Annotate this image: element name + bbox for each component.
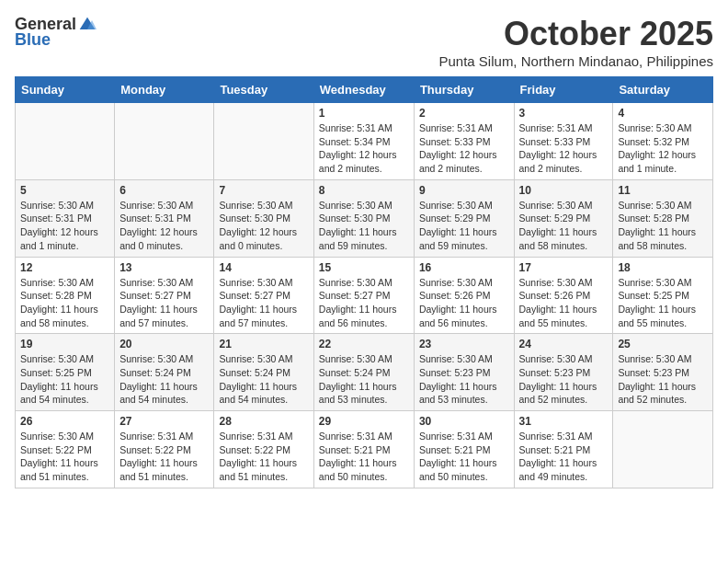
day-info: Sunrise: 5:30 AM Sunset: 5:31 PM Dayligh…	[20, 199, 109, 253]
header-tuesday: Tuesday	[214, 77, 313, 103]
day-info: Sunrise: 5:30 AM Sunset: 5:22 PM Dayligh…	[20, 430, 109, 484]
subtitle: Punta Silum, Northern Mindanao, Philippi…	[439, 53, 714, 69]
day-info: Sunrise: 5:30 AM Sunset: 5:29 PM Dayligh…	[519, 199, 609, 253]
day-number: 24	[519, 338, 609, 350]
day-info: Sunrise: 5:30 AM Sunset: 5:25 PM Dayligh…	[618, 276, 708, 330]
header-sunday: Sunday	[16, 77, 115, 103]
header-friday: Friday	[514, 77, 613, 103]
table-row: 10Sunrise: 5:30 AM Sunset: 5:29 PM Dayli…	[514, 179, 613, 257]
day-number: 21	[219, 338, 308, 350]
day-number: 1	[319, 107, 409, 120]
day-info: Sunrise: 5:31 AM Sunset: 5:21 PM Dayligh…	[519, 430, 609, 484]
logo-blue-text: Blue	[15, 30, 51, 50]
calendar-week-3: 12Sunrise: 5:30 AM Sunset: 5:28 PM Dayli…	[16, 257, 713, 334]
day-info: Sunrise: 5:30 AM Sunset: 5:25 PM Dayligh…	[20, 352, 109, 407]
table-row: 13Sunrise: 5:30 AM Sunset: 5:27 PM Dayli…	[115, 257, 214, 334]
day-info: Sunrise: 5:30 AM Sunset: 5:28 PM Dayligh…	[618, 199, 708, 253]
table-row	[214, 103, 313, 180]
day-number: 9	[419, 184, 509, 197]
day-info: Sunrise: 5:30 AM Sunset: 5:27 PM Dayligh…	[219, 276, 308, 330]
day-info: Sunrise: 5:30 AM Sunset: 5:29 PM Dayligh…	[419, 199, 509, 253]
day-info: Sunrise: 5:30 AM Sunset: 5:23 PM Dayligh…	[419, 352, 509, 407]
day-info: Sunrise: 5:31 AM Sunset: 5:22 PM Dayligh…	[219, 430, 308, 484]
header-thursday: Thursday	[414, 77, 514, 103]
day-number: 25	[618, 338, 708, 350]
day-number: 4	[618, 107, 708, 120]
calendar-table: Sunday Monday Tuesday Wednesday Thursday…	[15, 76, 713, 488]
table-row: 12Sunrise: 5:30 AM Sunset: 5:28 PM Dayli…	[16, 257, 115, 334]
table-row: 14Sunrise: 5:30 AM Sunset: 5:27 PM Dayli…	[214, 257, 313, 334]
day-number: 12	[20, 261, 109, 274]
day-number: 2	[419, 107, 509, 120]
calendar-week-1: 1Sunrise: 5:31 AM Sunset: 5:34 PM Daylig…	[16, 103, 713, 180]
table-row: 15Sunrise: 5:30 AM Sunset: 5:27 PM Dayli…	[313, 257, 414, 334]
day-number: 22	[319, 338, 409, 350]
day-info: Sunrise: 5:31 AM Sunset: 5:34 PM Dayligh…	[319, 121, 409, 176]
day-number: 28	[219, 415, 308, 428]
day-number: 3	[519, 107, 609, 120]
day-number: 29	[319, 415, 409, 428]
table-row: 8Sunrise: 5:30 AM Sunset: 5:30 PM Daylig…	[313, 179, 414, 257]
day-info: Sunrise: 5:30 AM Sunset: 5:27 PM Dayligh…	[119, 276, 209, 330]
table-row: 2Sunrise: 5:31 AM Sunset: 5:33 PM Daylig…	[414, 103, 514, 180]
table-row: 18Sunrise: 5:30 AM Sunset: 5:25 PM Dayli…	[613, 257, 713, 334]
table-row: 7Sunrise: 5:30 AM Sunset: 5:30 PM Daylig…	[214, 179, 313, 257]
day-number: 31	[519, 415, 609, 428]
day-number: 5	[20, 184, 109, 197]
table-row: 1Sunrise: 5:31 AM Sunset: 5:34 PM Daylig…	[313, 103, 414, 180]
day-number: 27	[119, 415, 209, 428]
calendar-header-row: Sunday Monday Tuesday Wednesday Thursday…	[16, 77, 713, 103]
day-info: Sunrise: 5:31 AM Sunset: 5:21 PM Dayligh…	[319, 430, 409, 484]
table-row: 11Sunrise: 5:30 AM Sunset: 5:28 PM Dayli…	[613, 179, 713, 257]
table-row	[613, 411, 713, 488]
day-info: Sunrise: 5:31 AM Sunset: 5:33 PM Dayligh…	[419, 121, 509, 176]
table-row: 19Sunrise: 5:30 AM Sunset: 5:25 PM Dayli…	[16, 334, 115, 411]
day-number: 13	[119, 261, 209, 274]
day-number: 26	[20, 415, 109, 428]
header-wednesday: Wednesday	[313, 77, 414, 103]
day-number: 30	[419, 415, 509, 428]
day-number: 18	[618, 261, 708, 274]
day-number: 11	[618, 184, 708, 197]
day-number: 20	[119, 338, 209, 350]
day-info: Sunrise: 5:30 AM Sunset: 5:26 PM Dayligh…	[419, 276, 509, 330]
table-row: 17Sunrise: 5:30 AM Sunset: 5:26 PM Dayli…	[514, 257, 613, 334]
table-row: 9Sunrise: 5:30 AM Sunset: 5:29 PM Daylig…	[414, 179, 514, 257]
day-number: 15	[319, 261, 409, 274]
table-row: 3Sunrise: 5:31 AM Sunset: 5:33 PM Daylig…	[514, 103, 613, 180]
calendar-week-5: 26Sunrise: 5:30 AM Sunset: 5:22 PM Dayli…	[16, 411, 713, 488]
logo: General Blue	[15, 15, 97, 50]
day-number: 16	[419, 261, 509, 274]
day-info: Sunrise: 5:30 AM Sunset: 5:24 PM Dayligh…	[119, 352, 209, 407]
table-row	[16, 103, 115, 180]
day-number: 19	[20, 338, 109, 350]
table-row	[115, 103, 214, 180]
table-row: 4Sunrise: 5:30 AM Sunset: 5:32 PM Daylig…	[613, 103, 713, 180]
table-row: 28Sunrise: 5:31 AM Sunset: 5:22 PM Dayli…	[214, 411, 313, 488]
page-header: General Blue October 2025 Punta Silum, N…	[15, 15, 713, 69]
month-title: October 2025	[439, 15, 714, 53]
table-row: 31Sunrise: 5:31 AM Sunset: 5:21 PM Dayli…	[514, 411, 613, 488]
header-monday: Monday	[115, 77, 214, 103]
day-info: Sunrise: 5:30 AM Sunset: 5:32 PM Dayligh…	[618, 121, 708, 176]
day-number: 7	[219, 184, 308, 197]
table-row: 30Sunrise: 5:31 AM Sunset: 5:21 PM Dayli…	[414, 411, 514, 488]
day-number: 23	[419, 338, 509, 350]
table-row: 24Sunrise: 5:30 AM Sunset: 5:23 PM Dayli…	[514, 334, 613, 411]
table-row: 29Sunrise: 5:31 AM Sunset: 5:21 PM Dayli…	[313, 411, 414, 488]
table-row: 25Sunrise: 5:30 AM Sunset: 5:23 PM Dayli…	[613, 334, 713, 411]
calendar-week-2: 5Sunrise: 5:30 AM Sunset: 5:31 PM Daylig…	[16, 179, 713, 257]
table-row: 22Sunrise: 5:30 AM Sunset: 5:24 PM Dayli…	[313, 334, 414, 411]
day-number: 17	[519, 261, 609, 274]
table-row: 26Sunrise: 5:30 AM Sunset: 5:22 PM Dayli…	[16, 411, 115, 488]
day-info: Sunrise: 5:30 AM Sunset: 5:24 PM Dayligh…	[219, 352, 308, 407]
day-info: Sunrise: 5:30 AM Sunset: 5:31 PM Dayligh…	[119, 199, 209, 253]
day-number: 8	[319, 184, 409, 197]
calendar-week-4: 19Sunrise: 5:30 AM Sunset: 5:25 PM Dayli…	[16, 334, 713, 411]
day-info: Sunrise: 5:30 AM Sunset: 5:24 PM Dayligh…	[319, 352, 409, 407]
table-row: 20Sunrise: 5:30 AM Sunset: 5:24 PM Dayli…	[115, 334, 214, 411]
table-row: 5Sunrise: 5:30 AM Sunset: 5:31 PM Daylig…	[16, 179, 115, 257]
day-info: Sunrise: 5:30 AM Sunset: 5:26 PM Dayligh…	[519, 276, 609, 330]
header-saturday: Saturday	[613, 77, 713, 103]
day-info: Sunrise: 5:31 AM Sunset: 5:33 PM Dayligh…	[519, 121, 609, 176]
